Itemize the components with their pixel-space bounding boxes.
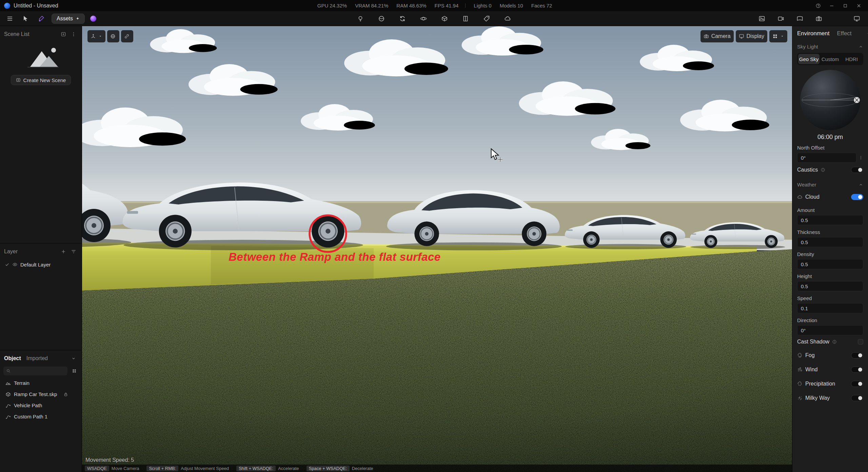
- tab-object[interactable]: Object: [4, 355, 21, 361]
- world-space-button[interactable]: [107, 30, 119, 42]
- sky-light-collapse-icon[interactable]: [859, 44, 863, 49]
- search-icon: [6, 369, 11, 373]
- app-logo-icon: [4, 3, 10, 9]
- time-of-day[interactable]: 06:00 pm: [797, 134, 863, 141]
- view-mode-grid-icon[interactable]: [70, 367, 78, 375]
- layer-row-default[interactable]: Default Layer: [0, 259, 82, 270]
- object-item-vehicle-path[interactable]: Vehicle Path: [0, 400, 82, 411]
- terrain-icon: [5, 380, 11, 386]
- render-video-button[interactable]: [776, 14, 786, 24]
- assets-button-label: Assets: [57, 16, 73, 22]
- shortcut-adjust-speed: Scroll + RMB:Adjust Movement Speed: [146, 466, 229, 471]
- record-button[interactable]: [833, 14, 843, 24]
- milky-way-toggle[interactable]: [851, 395, 863, 401]
- object-item-custom-path-1[interactable]: Custom Path 1: [0, 411, 82, 422]
- main-toolbar: Assets: [0, 11, 868, 26]
- create-new-scene-button[interactable]: Create New Scene: [11, 75, 71, 85]
- objects-collapse-icon[interactable]: [70, 354, 78, 362]
- tab-effect[interactable]: Effect: [837, 30, 851, 37]
- sun-position-sphere[interactable]: [800, 70, 861, 130]
- density-input[interactable]: 0.5: [797, 259, 863, 269]
- north-offset-label: North Offset: [797, 145, 863, 151]
- gizmo-mode-dropdown[interactable]: [87, 30, 105, 42]
- minimize-button[interactable]: [827, 2, 837, 10]
- viewport-3d-scene[interactable]: [82, 26, 792, 472]
- north-offset-menu-icon[interactable]: [859, 155, 863, 160]
- render-queue-button[interactable]: [852, 14, 862, 24]
- tab-geo-sky[interactable]: Geo Sky: [798, 54, 820, 64]
- eye-icon[interactable]: [12, 262, 18, 267]
- object-item-ramp-car-test[interactable]: Ramp Car Test.skp: [0, 389, 82, 400]
- brush-tool-button[interactable]: [36, 14, 46, 24]
- north-offset-input[interactable]: 0°: [797, 153, 856, 163]
- empty-scene-illustration: [0, 42, 82, 74]
- wind-icon: [797, 367, 803, 372]
- stat-faces: Faces72: [530, 3, 552, 8]
- tab-custom[interactable]: Custom: [820, 54, 841, 64]
- amount-input[interactable]: 0.5: [797, 215, 863, 225]
- amount-label: Amount: [797, 207, 863, 213]
- display-button[interactable]: Display: [736, 30, 767, 42]
- milky-way-icon: [797, 395, 803, 401]
- lock-icon[interactable]: [63, 392, 68, 397]
- weather-tool-button[interactable]: [502, 14, 513, 24]
- add-layer-icon[interactable]: [59, 248, 67, 256]
- weather-collapse-icon[interactable]: [859, 182, 863, 187]
- tab-environment[interactable]: Environment: [797, 30, 829, 37]
- menu-button[interactable]: [5, 14, 15, 24]
- display-mode-dropdown[interactable]: [769, 30, 787, 42]
- precipitation-toggle[interactable]: [851, 381, 863, 387]
- shortcut-decelerate: Space + WSADQE:Decelerate: [307, 466, 373, 471]
- sky-mode-tabs: Geo Sky Custom HDRI: [797, 53, 863, 65]
- thickness-input[interactable]: 0.5: [797, 237, 863, 247]
- cloud-toggle[interactable]: [851, 194, 863, 200]
- panel-options-icon[interactable]: [867, 31, 868, 36]
- viewport[interactable]: Camera Display Between the Ramp and the …: [82, 26, 792, 472]
- check-icon: [5, 262, 9, 267]
- cast-shadow-checkbox[interactable]: [858, 339, 863, 345]
- maximize-button[interactable]: [840, 2, 850, 10]
- caustics-toggle[interactable]: [851, 167, 863, 173]
- caustics-info-icon[interactable]: [821, 168, 825, 172]
- render-image-button[interactable]: [757, 14, 767, 24]
- help-button[interactable]: [813, 2, 823, 10]
- object-item-terrain[interactable]: Terrain: [0, 377, 82, 389]
- camera-button[interactable]: Camera: [701, 30, 734, 42]
- model-tool-button[interactable]: [439, 14, 450, 24]
- layer-filter-icon[interactable]: [70, 248, 78, 256]
- tag-tool-button[interactable]: [481, 14, 492, 24]
- snap-link-button[interactable]: [121, 30, 133, 42]
- panorama-button[interactable]: [795, 14, 805, 24]
- scene-list-title: Scene List: [4, 31, 29, 37]
- fog-toggle[interactable]: [851, 352, 863, 358]
- close-button[interactable]: [854, 2, 864, 10]
- select-tool-button[interactable]: [20, 14, 31, 24]
- sync-tool-button[interactable]: [397, 14, 408, 24]
- height-input[interactable]: 0.5: [797, 281, 863, 291]
- material-tool-button[interactable]: [376, 14, 387, 24]
- fog-label: Fog: [805, 352, 815, 358]
- screenshot-button[interactable]: [814, 14, 824, 24]
- scene-list-menu-icon[interactable]: [70, 30, 78, 38]
- caustics-label: Caustics: [797, 167, 818, 173]
- performance-stats: GPU24.32% VRAM84.21% RAM48.63% FPS41.94 …: [167, 3, 701, 8]
- tab-imported[interactable]: Imported: [26, 355, 48, 361]
- wind-toggle[interactable]: [851, 367, 863, 373]
- add-scene-icon[interactable]: [59, 30, 67, 38]
- cloud-icon: [797, 194, 803, 200]
- sky-light-title: Sky Light: [797, 44, 818, 50]
- milky-way-label: Milky Way: [805, 395, 830, 401]
- assets-button[interactable]: Assets: [52, 14, 85, 24]
- direction-input[interactable]: 0°: [797, 325, 863, 335]
- stat-gpu: GPU24.32%: [316, 3, 347, 8]
- object-search-input[interactable]: [3, 367, 67, 375]
- tab-hdri[interactable]: HDRI: [841, 54, 862, 64]
- light-tool-button[interactable]: [355, 14, 366, 24]
- window-title: Untitled - Unsaved: [14, 3, 58, 9]
- material-ball-button[interactable]: [90, 16, 96, 22]
- environment-panel: Environment Effect Sky Light Geo Sky Cus…: [792, 26, 868, 472]
- orbit-tool-button[interactable]: [418, 14, 429, 24]
- door-window-tool-button[interactable]: [460, 14, 471, 24]
- speed-input[interactable]: 0.1: [797, 303, 863, 313]
- cast-shadow-info-icon[interactable]: [832, 339, 837, 344]
